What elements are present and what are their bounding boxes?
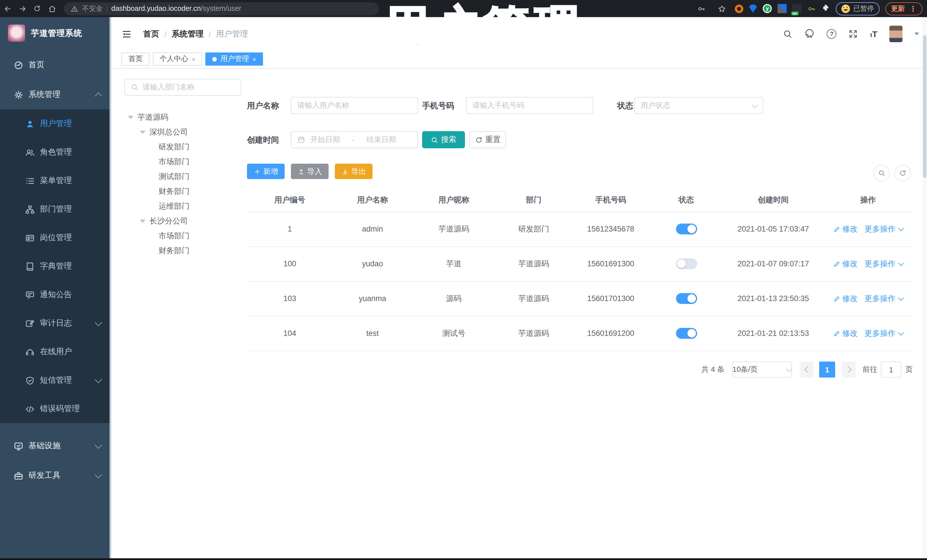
extension-switch-icon[interactable]: on	[792, 4, 801, 13]
browser-forward-button[interactable]	[15, 1, 30, 16]
tab-个人中心[interactable]: 个人中心×	[153, 52, 202, 65]
profile-paused-chip[interactable]: 已暂停	[836, 2, 880, 15]
browser-reload-button[interactable]	[30, 1, 44, 16]
cell-operations: 修改 更多操作	[823, 246, 913, 281]
browser-home-button[interactable]	[44, 1, 59, 16]
breadcrumb-system[interactable]: 系统管理	[172, 29, 204, 39]
search-button[interactable]: 搜索	[422, 131, 465, 148]
dept-tree-node[interactable]: 市场部门	[125, 229, 244, 243]
extension-ubuntu-icon[interactable]	[735, 4, 743, 13]
add-button[interactable]: 新增	[247, 164, 285, 179]
reset-button[interactable]: 重置	[470, 131, 506, 148]
bookmark-star-icon[interactable]	[714, 1, 729, 16]
extension-y-icon[interactable]: y	[763, 4, 772, 13]
current-page-button[interactable]: 1	[819, 361, 835, 378]
dept-tree-node[interactable]: 市场部门	[125, 155, 244, 169]
status-toggle[interactable]	[676, 258, 697, 269]
more-actions-link[interactable]: 更多操作	[865, 259, 895, 269]
extension-green-key-icon[interactable]	[807, 3, 816, 14]
browser-back-button[interactable]	[0, 1, 15, 16]
user-avatar[interactable]	[889, 25, 903, 42]
edit-link[interactable]: 修改	[842, 259, 858, 269]
dept-tree-node[interactable]: 运维部门	[125, 199, 244, 214]
username-input[interactable]: 请输入用户名称	[291, 97, 418, 114]
browser-menu-icon[interactable]: ⋮	[909, 4, 917, 13]
tree-expand-icon[interactable]	[128, 116, 134, 119]
sidebar-item-研发工具[interactable]: 研发工具	[0, 461, 111, 490]
extension-gem-icon[interactable]	[749, 5, 757, 12]
browser-update-button[interactable]: 更新 ⋮	[885, 2, 922, 15]
sidebar-item-通知公告[interactable]: 通知公告	[0, 281, 111, 309]
fullscreen-icon[interactable]	[849, 29, 858, 39]
sidebar-item-部门管理[interactable]: 部门管理	[0, 195, 111, 223]
cell-operations: 修改 更多操作	[823, 212, 913, 246]
sidebar-item-在线用户[interactable]: 在线用户	[0, 338, 111, 366]
sidebar-item-基础设施[interactable]: 基础设施	[0, 431, 111, 461]
status-toggle[interactable]	[676, 328, 697, 339]
export-button[interactable]: 导出	[335, 164, 372, 179]
help-icon[interactable]: ?	[827, 29, 837, 38]
status-toggle[interactable]	[676, 293, 697, 304]
sidebar-item-短信管理[interactable]: 短信管理	[0, 366, 111, 395]
sidebar-item-审计日志[interactable]: 审计日志	[0, 309, 111, 338]
edit-link[interactable]: 修改	[842, 328, 858, 338]
sidebar-item-系统管理[interactable]: 系统管理	[0, 80, 111, 109]
app-logo-row[interactable]: 芋道管理系统	[0, 17, 111, 49]
sidebar-item-首页[interactable]: 首页	[0, 50, 111, 80]
sidebar-item-岗位管理[interactable]: 岗位管理	[0, 223, 111, 252]
mobile-input[interactable]: 请输入手机号码	[466, 97, 593, 114]
refresh-table-button[interactable]	[895, 165, 911, 181]
font-size-icon[interactable]: tT	[870, 29, 877, 38]
close-tab-icon[interactable]: ×	[191, 56, 195, 62]
more-actions-link[interactable]: 更多操作	[865, 328, 895, 338]
sidebar-item-菜单管理[interactable]: 菜单管理	[0, 167, 111, 195]
dept-search-input[interactable]: 请输入部门名称	[125, 79, 241, 96]
close-tab-icon[interactable]: ×	[252, 56, 256, 62]
sidebar-item-角色管理[interactable]: 角色管理	[0, 138, 111, 167]
page-size-select[interactable]: 10条/页	[732, 361, 792, 378]
dept-tree-node[interactable]: 财务部门	[125, 184, 244, 199]
cell-dept: 芋道源码	[495, 281, 572, 316]
toggle-search-button[interactable]	[873, 165, 890, 181]
import-button[interactable]: 导入	[291, 164, 328, 179]
more-actions-link[interactable]: 更多操作	[865, 293, 895, 304]
goto-page-input[interactable]: 1	[881, 361, 901, 378]
dept-tree-node[interactable]: 长沙分公司	[125, 214, 244, 229]
tab-首页[interactable]: 首页	[122, 52, 149, 65]
browser-extensions-area: y on 已暂停 更新 ⋮	[694, 1, 927, 16]
column-header-手机号码: 手机号码	[572, 189, 649, 212]
dept-tree-node[interactable]: 芋道源码	[125, 110, 244, 125]
scrollbar-thumb[interactable]	[923, 35, 926, 178]
tree-expand-icon[interactable]	[140, 220, 146, 223]
prev-page-button[interactable]	[800, 361, 813, 378]
dept-tree-node-label: 长沙分公司	[149, 216, 188, 226]
extensions-puzzle-icon[interactable]	[821, 3, 830, 14]
dept-tree-node[interactable]: 深圳总公司	[125, 125, 244, 140]
edit-link[interactable]: 修改	[842, 293, 858, 304]
dept-tree-node[interactable]: 测试部门	[125, 169, 244, 184]
sidebar-item-错误码管理[interactable]: 错误码管理	[0, 395, 111, 423]
next-page-button[interactable]	[842, 361, 856, 378]
status-select[interactable]: 用户状态	[634, 97, 763, 114]
sidebar-item-字典管理[interactable]: 字典管理	[0, 252, 111, 281]
address-bar[interactable]: 不安全 dashboard.yudao.iocoder.cn/system/us…	[64, 2, 379, 15]
dept-tree-node[interactable]: 财务部门	[125, 243, 244, 258]
date-range-input[interactable]: 开始日期 - 结束日期	[291, 131, 418, 148]
edit-link[interactable]: 修改	[842, 224, 858, 234]
avatar-caret-icon[interactable]	[915, 32, 919, 35]
tree-expand-icon[interactable]	[140, 131, 146, 134]
sidebar-collapse-icon[interactable]	[122, 29, 132, 39]
breadcrumb-home[interactable]: 首页	[143, 29, 159, 39]
sidebar-item-用户管理[interactable]: 用户管理	[0, 109, 111, 138]
password-key-icon[interactable]	[694, 1, 708, 16]
dept-tree-node[interactable]: 研发部门	[125, 140, 244, 155]
not-secure-label[interactable]: 不安全	[82, 4, 103, 14]
more-actions-link[interactable]: 更多操作	[865, 224, 895, 234]
header-search-icon[interactable]	[783, 29, 793, 39]
extension-squares-icon[interactable]	[778, 4, 787, 13]
github-icon[interactable]	[805, 28, 815, 39]
window-scrollbar[interactable]	[922, 17, 927, 560]
tab-用户管理[interactable]: 用户管理×	[206, 52, 263, 65]
cell-user-id: 104	[247, 316, 333, 351]
status-toggle[interactable]	[676, 223, 697, 234]
